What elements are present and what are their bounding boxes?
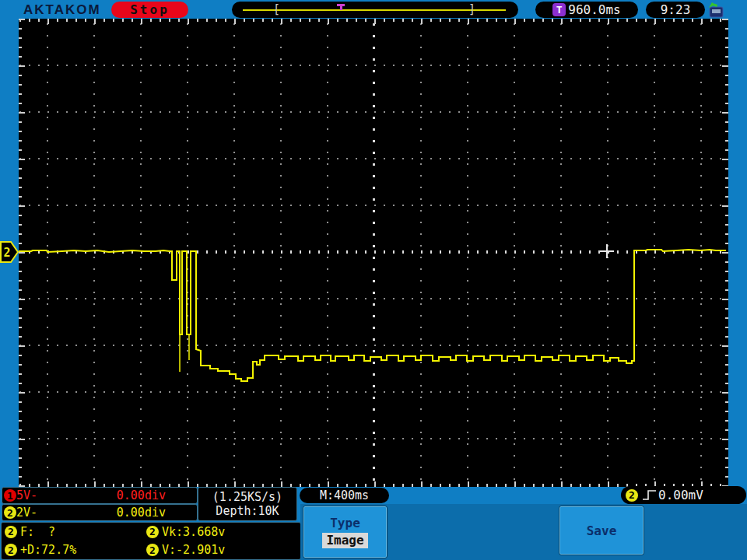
- record-position-bar: [ ]: [232, 2, 518, 18]
- record-window-line: [243, 9, 506, 11]
- ch2-badge: 2: [4, 506, 16, 519]
- window-right-bracket: ]: [468, 2, 475, 16]
- trigger-time-value: 960.0ms: [568, 2, 620, 17]
- ch1-scale: 5V-: [16, 488, 37, 502]
- record-depth: Depth:10K: [216, 504, 279, 518]
- ch2-scale-readout: 2 2V- 0.00div: [2, 504, 198, 521]
- oscilloscope-screen: { "brand": "AKTAKOM", "top_bar": { "run_…: [0, 0, 747, 560]
- stat-duty: 2 +D:72.7%: [2, 543, 143, 557]
- brand-logo: AKTAKOM: [23, 2, 101, 18]
- type-menu-value[interactable]: Image: [322, 533, 367, 548]
- type-menu-label: Type: [330, 516, 360, 530]
- usb-storage-icon: [707, 2, 728, 18]
- acquisition-state-indicator: Stop: [111, 2, 188, 18]
- waveform-display: [19, 19, 728, 487]
- timebase-value: M:400ms: [320, 488, 369, 502]
- svg-text:2: 2: [3, 246, 10, 260]
- ch1-scale-readout: 1 5V- 0.00div: [2, 487, 198, 504]
- rising-edge-icon: [643, 489, 657, 501]
- stat-vk: 2 Vk:3.668v: [143, 525, 300, 539]
- timebase-indicator: M:400ms: [300, 488, 389, 503]
- ch1-offset: 0.00div: [117, 488, 166, 502]
- clock-value: 9:23: [661, 2, 691, 17]
- trigger-T-icon: T: [552, 3, 566, 16]
- ch2-offset: 0.00div: [117, 506, 166, 520]
- stat-voltage: 2 V:-2.901v: [143, 543, 300, 557]
- trigger-level-value: 0.00mV: [658, 488, 703, 502]
- ch1-badge: 1: [4, 489, 16, 502]
- trigger-time-indicator: T 960.0ms: [535, 2, 638, 18]
- trigger-position-icon-stem: [340, 4, 342, 10]
- trigger-level-indicator: 2 0.00mV: [621, 486, 746, 504]
- ch2-scale: 2V-: [16, 506, 37, 520]
- window-left-bracket: [: [273, 2, 280, 16]
- channel2-level-marker[interactable]: 2: [0, 240, 19, 264]
- acquisition-readout: (1.25KS/s) Depth:10K: [198, 487, 297, 521]
- save-button[interactable]: Save: [559, 506, 644, 555]
- run-state-label: Stop: [130, 2, 170, 17]
- type-menu-button[interactable]: Type Image: [303, 506, 388, 558]
- stat-frequency: 2 F: ?: [2, 525, 143, 539]
- trigger-source-badge: 2: [626, 489, 638, 502]
- sample-rate: (1.25KS/s): [212, 490, 282, 504]
- measurement-stats-panel: 2 F: ? 2 Vk:3.668v 2 +D:72.7% 2 V:-2.901…: [1, 522, 301, 560]
- save-button-label: Save: [587, 523, 617, 538]
- clock-indicator: 9:23: [646, 2, 705, 18]
